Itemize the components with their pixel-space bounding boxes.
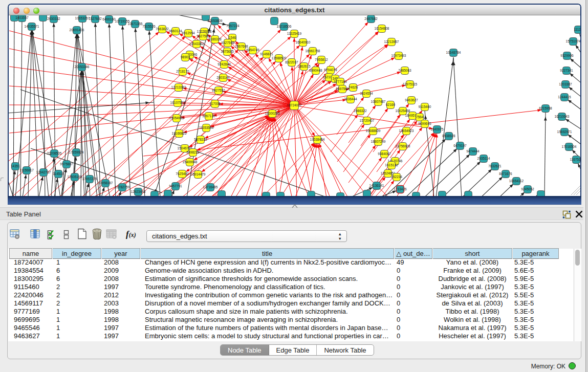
svg-text:7485063: 7485063 <box>398 69 411 72</box>
svg-text:16210643: 16210643 <box>555 115 570 118</box>
svg-text:9227341: 9227341 <box>560 69 573 72</box>
svg-text:7625402: 7625402 <box>176 172 189 176</box>
svg-text:9329906: 9329906 <box>560 54 574 57</box>
svg-text:5498222: 5498222 <box>186 150 200 154</box>
svg-text:9975887: 9975887 <box>60 162 73 166</box>
svg-text:62160: 62160 <box>386 103 395 106</box>
svg-text:12942737: 12942737 <box>36 170 51 174</box>
svg-text:15720407: 15720407 <box>360 119 375 122</box>
svg-text:10025458: 10025458 <box>396 109 410 113</box>
svg-text:20053346: 20053346 <box>75 65 90 69</box>
svg-text:15692971: 15692971 <box>557 130 572 134</box>
svg-text:19166825: 19166825 <box>172 132 187 135</box>
svg-text:1203387: 1203387 <box>559 82 572 86</box>
svg-text:20208535: 20208535 <box>47 151 62 155</box>
svg-text:10671355: 10671355 <box>128 22 143 26</box>
svg-text:16961758: 16961758 <box>306 49 320 53</box>
svg-text:18807249: 18807249 <box>371 140 386 143</box>
svg-text:74626: 74626 <box>349 85 358 89</box>
svg-text:8471676: 8471676 <box>499 172 512 176</box>
svg-text:10053809: 10053809 <box>208 19 223 23</box>
svg-text:17359924: 17359924 <box>69 150 84 154</box>
svg-text:19538454: 19538454 <box>310 138 325 141</box>
svg-text:7515526: 7515526 <box>142 25 156 28</box>
svg-text:10648784: 10648784 <box>446 51 461 54</box>
svg-text:9245052: 9245052 <box>521 187 534 191</box>
svg-text:1362615: 1362615 <box>297 64 311 68</box>
svg-text:10654112: 10654112 <box>509 179 524 183</box>
svg-text:13588520: 13588520 <box>272 56 287 60</box>
svg-text:8215958: 8215958 <box>539 106 552 110</box>
svg-text:8427552: 8427552 <box>212 89 225 92</box>
svg-text:8990448: 8990448 <box>309 69 322 72</box>
svg-text:8322037: 8322037 <box>285 60 298 64</box>
svg-text:12975115: 12975115 <box>403 82 418 86</box>
svg-text:3875685: 3875685 <box>221 50 234 53</box>
svg-text:9457791: 9457791 <box>169 184 182 188</box>
svg-text:1640975: 1640975 <box>430 127 444 131</box>
svg-text:13716485: 13716485 <box>203 185 218 189</box>
svg-text:9327508: 9327508 <box>221 41 234 45</box>
svg-text:19054985: 19054985 <box>169 116 184 120</box>
svg-text:9660124: 9660124 <box>169 29 182 33</box>
svg-text:9699695: 9699695 <box>418 122 431 125</box>
svg-text:9115460: 9115460 <box>419 105 431 108</box>
svg-text:2935114: 2935114 <box>477 157 490 160</box>
svg-text:6466160: 6466160 <box>102 17 116 21</box>
svg-text:11325419: 11325419 <box>287 32 302 35</box>
svg-text:12505195: 12505195 <box>68 175 82 179</box>
svg-text:8186328: 8186328 <box>208 37 222 41</box>
svg-text:1615132: 1615132 <box>385 163 398 167</box>
svg-text:7663822: 7663822 <box>156 27 169 31</box>
svg-text:9777169: 9777169 <box>334 80 347 83</box>
svg-text:16914479: 16914479 <box>191 172 206 176</box>
svg-text:6479197: 6479197 <box>453 144 467 147</box>
svg-text:12213382: 12213382 <box>171 85 186 89</box>
svg-text:9384067: 9384067 <box>378 152 391 156</box>
svg-text:14136141: 14136141 <box>369 184 384 187</box>
svg-text:14035571: 14035571 <box>25 25 39 28</box>
svg-text:17016504: 17016504 <box>562 145 577 148</box>
svg-text:2718170: 2718170 <box>176 70 189 73</box>
svg-text:2986322: 2986322 <box>354 109 367 113</box>
svg-text:13654923: 13654923 <box>399 129 414 133</box>
svg-text:2036444: 2036444 <box>344 97 357 101</box>
svg-text:5878334: 5878334 <box>194 138 207 141</box>
svg-text:7955812: 7955812 <box>315 58 328 61</box>
svg-text:9463627: 9463627 <box>405 98 418 102</box>
svg-text:9474444: 9474444 <box>466 149 480 153</box>
svg-text:18300295: 18300295 <box>265 112 280 115</box>
svg-text:1244415: 1244415 <box>558 95 571 99</box>
svg-text:3267130: 3267130 <box>202 114 215 118</box>
svg-text:16782759: 16782759 <box>115 185 130 189</box>
svg-text:3824554: 3824554 <box>360 92 373 95</box>
svg-text:1527602: 1527602 <box>89 17 102 20</box>
svg-text:10756928: 10756928 <box>396 144 410 148</box>
svg-text:10543382: 10543382 <box>189 42 204 46</box>
svg-text:15409948: 15409948 <box>183 160 198 164</box>
svg-text:10653267: 10653267 <box>75 16 90 20</box>
svg-text:10958187: 10958187 <box>98 181 113 185</box>
svg-text:8454749: 8454749 <box>246 48 259 52</box>
svg-text:11353594: 11353594 <box>199 126 214 129</box>
svg-text:9327509: 9327509 <box>197 34 210 38</box>
svg-text:1403557: 1403557 <box>15 16 29 19</box>
svg-text:2803144: 2803144 <box>216 76 230 79</box>
svg-text:8912954: 8912954 <box>182 31 195 35</box>
svg-text:17957275: 17957275 <box>82 177 97 181</box>
svg-text:114519: 114519 <box>53 172 64 176</box>
svg-text:11156817: 11156817 <box>19 168 34 172</box>
svg-text:16107553: 16107553 <box>170 101 185 104</box>
svg-text:9146821: 9146821 <box>260 52 273 56</box>
svg-text:317006: 317006 <box>209 102 221 105</box>
svg-text:19218506: 19218506 <box>277 25 292 28</box>
svg-text:20691406: 20691406 <box>70 28 84 32</box>
svg-text:2487682: 2487682 <box>364 17 378 20</box>
svg-text:14351: 14351 <box>11 164 20 168</box>
svg-text:2030332: 2030332 <box>47 17 60 20</box>
svg-text:11121: 11121 <box>574 28 580 31</box>
svg-text:12213957: 12213957 <box>384 40 399 43</box>
svg-text:1167534: 1167534 <box>570 158 580 161</box>
svg-text:2867608: 2867608 <box>235 45 248 48</box>
svg-text:98903: 98903 <box>181 55 190 59</box>
